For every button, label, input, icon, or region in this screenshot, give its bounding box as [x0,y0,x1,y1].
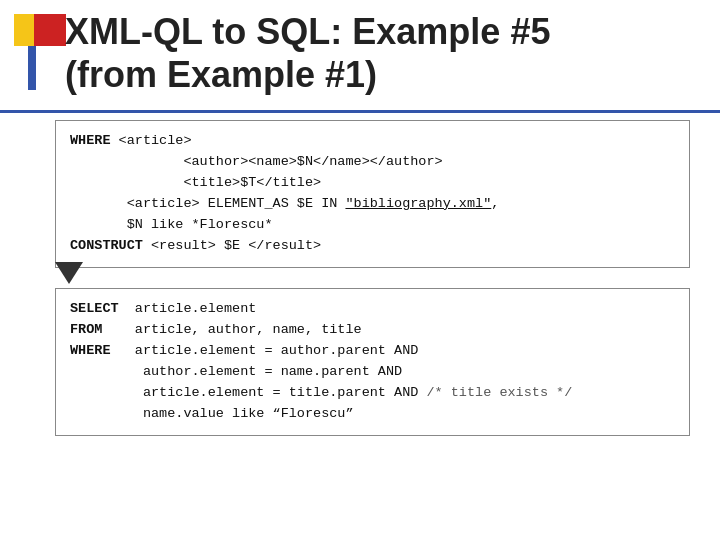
slide: XML-QL to SQL: Example #5 (from Example … [0,0,720,540]
keyword-where: WHERE [70,133,111,148]
sql-from-line: FROM article, author, name, title [70,320,675,341]
sql-where-line1: WHERE article.element = author.parent AN… [70,341,675,362]
code-line-6: CONSTRUCT <result> $E </result> [70,236,675,257]
page-title: XML-QL to SQL: Example #5 (from Example … [65,10,700,96]
keyword-where-sql: WHERE [70,343,111,358]
keyword-select: SELECT [70,301,119,316]
decorative-squares [14,14,52,90]
title-divider [0,110,720,113]
arrow-container [55,262,83,284]
code-line-4: <article> ELEMENT_AS $E IN "bibliography… [70,194,675,215]
code-line-5: $N like *Florescu* [70,215,675,236]
lower-code-block: SELECT article.element FROM article, aut… [55,288,690,436]
red-square [34,14,66,46]
keyword-from: FROM [70,322,102,337]
sql-where-line3: article.element = title.parent AND /* ti… [70,383,675,404]
code-line-3: <title>$T</title> [70,173,675,194]
code-line-1: WHERE <article> [70,131,675,152]
title-line2: (from Example #1) [65,54,377,95]
down-arrow-icon [55,262,83,284]
keyword-construct: CONSTRUCT [70,238,143,253]
sql-where-line2: author.element = name.parent AND [70,362,675,383]
title-area: XML-QL to SQL: Example #5 (from Example … [65,10,700,96]
bibliography-link: "bibliography.xml" [345,196,491,211]
sql-comment: /* title exists */ [426,385,572,400]
code-line-2: <author><name>$N</name></author> [70,152,675,173]
title-line1: XML-QL to SQL: Example #5 [65,11,550,52]
sql-select-line: SELECT article.element [70,299,675,320]
upper-code-block: WHERE <article> <author><name>$N</name><… [55,120,690,268]
sql-where-line4: name.value like “Florescu” [70,404,675,425]
